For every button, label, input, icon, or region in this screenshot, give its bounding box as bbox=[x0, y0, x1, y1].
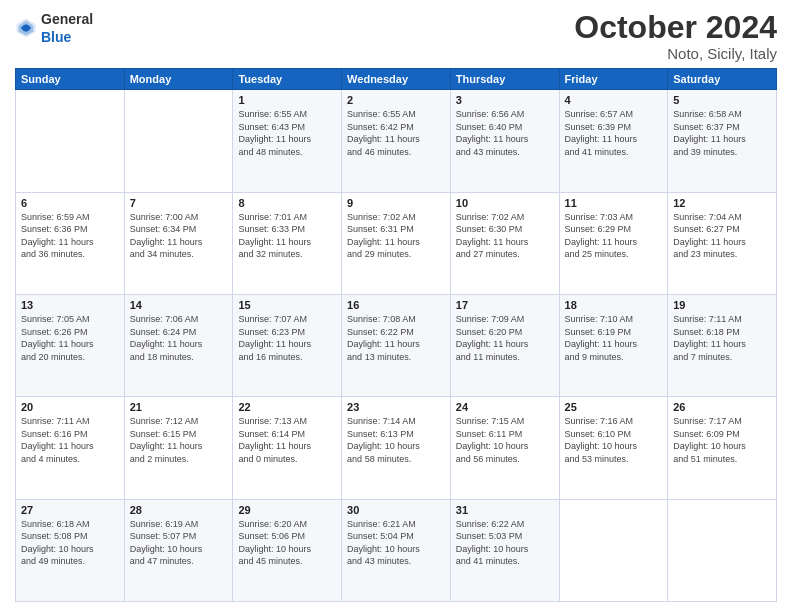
day-number: 21 bbox=[130, 401, 228, 413]
col-thursday: Thursday bbox=[450, 69, 559, 90]
calendar-cell: 1Sunrise: 6:55 AM Sunset: 6:43 PM Daylig… bbox=[233, 90, 342, 192]
page: General Blue October 2024 Noto, Sicily, … bbox=[0, 0, 792, 612]
calendar-cell: 25Sunrise: 7:16 AM Sunset: 6:10 PM Dayli… bbox=[559, 397, 668, 499]
day-info: Sunrise: 6:56 AM Sunset: 6:40 PM Dayligh… bbox=[456, 108, 554, 158]
day-info: Sunrise: 6:55 AM Sunset: 6:42 PM Dayligh… bbox=[347, 108, 445, 158]
calendar-week-2: 13Sunrise: 7:05 AM Sunset: 6:26 PM Dayli… bbox=[16, 294, 777, 396]
calendar-cell: 13Sunrise: 7:05 AM Sunset: 6:26 PM Dayli… bbox=[16, 294, 125, 396]
logo-words: General Blue bbox=[41, 10, 93, 46]
day-number: 3 bbox=[456, 94, 554, 106]
calendar-cell: 14Sunrise: 7:06 AM Sunset: 6:24 PM Dayli… bbox=[124, 294, 233, 396]
calendar-week-4: 27Sunrise: 6:18 AM Sunset: 5:08 PM Dayli… bbox=[16, 499, 777, 601]
day-number: 10 bbox=[456, 197, 554, 209]
day-number: 11 bbox=[565, 197, 663, 209]
day-info: Sunrise: 7:02 AM Sunset: 6:30 PM Dayligh… bbox=[456, 211, 554, 261]
calendar-cell: 23Sunrise: 7:14 AM Sunset: 6:13 PM Dayli… bbox=[342, 397, 451, 499]
day-number: 9 bbox=[347, 197, 445, 209]
calendar-cell: 3Sunrise: 6:56 AM Sunset: 6:40 PM Daylig… bbox=[450, 90, 559, 192]
day-number: 14 bbox=[130, 299, 228, 311]
col-sunday: Sunday bbox=[16, 69, 125, 90]
calendar-cell: 22Sunrise: 7:13 AM Sunset: 6:14 PM Dayli… bbox=[233, 397, 342, 499]
calendar-cell: 30Sunrise: 6:21 AM Sunset: 5:04 PM Dayli… bbox=[342, 499, 451, 601]
day-number: 7 bbox=[130, 197, 228, 209]
day-info: Sunrise: 7:15 AM Sunset: 6:11 PM Dayligh… bbox=[456, 415, 554, 465]
logo-general: General bbox=[41, 10, 93, 28]
day-number: 26 bbox=[673, 401, 771, 413]
calendar-cell: 9Sunrise: 7:02 AM Sunset: 6:31 PM Daylig… bbox=[342, 192, 451, 294]
calendar-cell: 5Sunrise: 6:58 AM Sunset: 6:37 PM Daylig… bbox=[668, 90, 777, 192]
day-info: Sunrise: 7:11 AM Sunset: 6:18 PM Dayligh… bbox=[673, 313, 771, 363]
calendar-cell: 24Sunrise: 7:15 AM Sunset: 6:11 PM Dayli… bbox=[450, 397, 559, 499]
day-info: Sunrise: 7:10 AM Sunset: 6:19 PM Dayligh… bbox=[565, 313, 663, 363]
day-number: 30 bbox=[347, 504, 445, 516]
logo-icon bbox=[15, 17, 37, 39]
col-friday: Friday bbox=[559, 69, 668, 90]
day-number: 23 bbox=[347, 401, 445, 413]
day-info: Sunrise: 7:17 AM Sunset: 6:09 PM Dayligh… bbox=[673, 415, 771, 465]
calendar-week-0: 1Sunrise: 6:55 AM Sunset: 6:43 PM Daylig… bbox=[16, 90, 777, 192]
day-number: 31 bbox=[456, 504, 554, 516]
day-number: 25 bbox=[565, 401, 663, 413]
day-info: Sunrise: 6:22 AM Sunset: 5:03 PM Dayligh… bbox=[456, 518, 554, 568]
day-info: Sunrise: 7:09 AM Sunset: 6:20 PM Dayligh… bbox=[456, 313, 554, 363]
title-block: October 2024 Noto, Sicily, Italy bbox=[574, 10, 777, 62]
calendar-cell: 29Sunrise: 6:20 AM Sunset: 5:06 PM Dayli… bbox=[233, 499, 342, 601]
day-info: Sunrise: 7:00 AM Sunset: 6:34 PM Dayligh… bbox=[130, 211, 228, 261]
col-tuesday: Tuesday bbox=[233, 69, 342, 90]
day-info: Sunrise: 7:12 AM Sunset: 6:15 PM Dayligh… bbox=[130, 415, 228, 465]
day-info: Sunrise: 6:59 AM Sunset: 6:36 PM Dayligh… bbox=[21, 211, 119, 261]
calendar-cell bbox=[559, 499, 668, 601]
calendar-cell: 27Sunrise: 6:18 AM Sunset: 5:08 PM Dayli… bbox=[16, 499, 125, 601]
day-info: Sunrise: 7:16 AM Sunset: 6:10 PM Dayligh… bbox=[565, 415, 663, 465]
day-number: 17 bbox=[456, 299, 554, 311]
calendar-cell: 28Sunrise: 6:19 AM Sunset: 5:07 PM Dayli… bbox=[124, 499, 233, 601]
calendar-title: October 2024 bbox=[574, 10, 777, 45]
day-number: 6 bbox=[21, 197, 119, 209]
calendar-cell: 8Sunrise: 7:01 AM Sunset: 6:33 PM Daylig… bbox=[233, 192, 342, 294]
day-info: Sunrise: 6:57 AM Sunset: 6:39 PM Dayligh… bbox=[565, 108, 663, 158]
day-info: Sunrise: 7:01 AM Sunset: 6:33 PM Dayligh… bbox=[238, 211, 336, 261]
day-number: 19 bbox=[673, 299, 771, 311]
day-info: Sunrise: 7:06 AM Sunset: 6:24 PM Dayligh… bbox=[130, 313, 228, 363]
calendar-table: Sunday Monday Tuesday Wednesday Thursday… bbox=[15, 68, 777, 602]
day-info: Sunrise: 7:05 AM Sunset: 6:26 PM Dayligh… bbox=[21, 313, 119, 363]
day-info: Sunrise: 6:18 AM Sunset: 5:08 PM Dayligh… bbox=[21, 518, 119, 568]
header-row: Sunday Monday Tuesday Wednesday Thursday… bbox=[16, 69, 777, 90]
day-info: Sunrise: 6:58 AM Sunset: 6:37 PM Dayligh… bbox=[673, 108, 771, 158]
calendar-cell bbox=[16, 90, 125, 192]
calendar-cell: 6Sunrise: 6:59 AM Sunset: 6:36 PM Daylig… bbox=[16, 192, 125, 294]
day-info: Sunrise: 7:11 AM Sunset: 6:16 PM Dayligh… bbox=[21, 415, 119, 465]
day-info: Sunrise: 7:04 AM Sunset: 6:27 PM Dayligh… bbox=[673, 211, 771, 261]
day-info: Sunrise: 7:07 AM Sunset: 6:23 PM Dayligh… bbox=[238, 313, 336, 363]
calendar-cell: 19Sunrise: 7:11 AM Sunset: 6:18 PM Dayli… bbox=[668, 294, 777, 396]
calendar-cell: 4Sunrise: 6:57 AM Sunset: 6:39 PM Daylig… bbox=[559, 90, 668, 192]
day-number: 18 bbox=[565, 299, 663, 311]
col-wednesday: Wednesday bbox=[342, 69, 451, 90]
calendar-cell: 20Sunrise: 7:11 AM Sunset: 6:16 PM Dayli… bbox=[16, 397, 125, 499]
day-number: 15 bbox=[238, 299, 336, 311]
day-info: Sunrise: 7:08 AM Sunset: 6:22 PM Dayligh… bbox=[347, 313, 445, 363]
calendar-cell: 31Sunrise: 6:22 AM Sunset: 5:03 PM Dayli… bbox=[450, 499, 559, 601]
calendar-cell: 10Sunrise: 7:02 AM Sunset: 6:30 PM Dayli… bbox=[450, 192, 559, 294]
calendar-cell bbox=[124, 90, 233, 192]
calendar-cell: 15Sunrise: 7:07 AM Sunset: 6:23 PM Dayli… bbox=[233, 294, 342, 396]
calendar-cell: 17Sunrise: 7:09 AM Sunset: 6:20 PM Dayli… bbox=[450, 294, 559, 396]
day-info: Sunrise: 6:21 AM Sunset: 5:04 PM Dayligh… bbox=[347, 518, 445, 568]
day-info: Sunrise: 6:55 AM Sunset: 6:43 PM Dayligh… bbox=[238, 108, 336, 158]
logo: General Blue bbox=[15, 10, 93, 46]
calendar-cell: 12Sunrise: 7:04 AM Sunset: 6:27 PM Dayli… bbox=[668, 192, 777, 294]
day-number: 16 bbox=[347, 299, 445, 311]
day-info: Sunrise: 7:03 AM Sunset: 6:29 PM Dayligh… bbox=[565, 211, 663, 261]
calendar-cell bbox=[668, 499, 777, 601]
day-number: 27 bbox=[21, 504, 119, 516]
day-info: Sunrise: 6:19 AM Sunset: 5:07 PM Dayligh… bbox=[130, 518, 228, 568]
day-info: Sunrise: 7:02 AM Sunset: 6:31 PM Dayligh… bbox=[347, 211, 445, 261]
calendar-cell: 11Sunrise: 7:03 AM Sunset: 6:29 PM Dayli… bbox=[559, 192, 668, 294]
logo-blue-text: Blue bbox=[41, 28, 93, 46]
calendar-cell: 21Sunrise: 7:12 AM Sunset: 6:15 PM Dayli… bbox=[124, 397, 233, 499]
calendar-location: Noto, Sicily, Italy bbox=[574, 45, 777, 62]
calendar-cell: 16Sunrise: 7:08 AM Sunset: 6:22 PM Dayli… bbox=[342, 294, 451, 396]
calendar-cell: 2Sunrise: 6:55 AM Sunset: 6:42 PM Daylig… bbox=[342, 90, 451, 192]
col-saturday: Saturday bbox=[668, 69, 777, 90]
day-number: 12 bbox=[673, 197, 771, 209]
